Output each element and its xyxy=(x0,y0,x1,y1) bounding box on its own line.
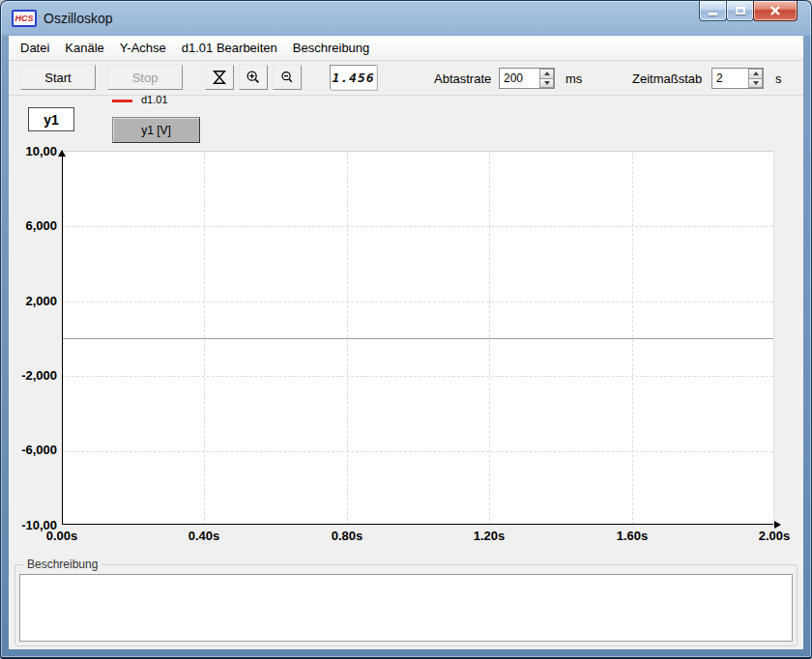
x-axis-line xyxy=(62,524,773,525)
sample-rate-label: Abtastrate xyxy=(434,72,491,86)
y-tick-label: 10,00 xyxy=(9,144,57,158)
caption-buttons xyxy=(700,1,798,21)
sample-rate-unit: ms xyxy=(566,72,582,86)
zoom-out-icon xyxy=(278,69,296,86)
y-tick-label: 2,000 xyxy=(9,294,57,308)
y-tick-label: -6,000 xyxy=(9,443,57,457)
menu-y-achse[interactable]: Y-Achse xyxy=(112,37,174,59)
arrow-up-icon xyxy=(753,72,759,75)
lcd-readout: 1.456 xyxy=(330,65,377,90)
menu-beschreibung[interactable]: Beschreibung xyxy=(285,37,378,59)
client-area: Datei Kanäle Y-Achse d1.01 Bearbeiten Be… xyxy=(9,36,803,649)
y1-unit-button[interactable]: y1 [V] xyxy=(112,117,200,143)
x-tick-label: 0.80s xyxy=(318,529,376,543)
description-textarea[interactable] xyxy=(19,574,793,642)
start-button[interactable]: Start xyxy=(20,65,96,90)
time-scale-spinner xyxy=(711,68,764,89)
zero-line xyxy=(62,338,773,339)
x-tick-label: 1.60s xyxy=(603,529,661,543)
window-title: Oszilloskop xyxy=(44,11,113,26)
sample-rate-spin-buttons xyxy=(539,69,554,88)
menu-d101-bearbeiten[interactable]: d1.01 Bearbeiten xyxy=(174,37,285,59)
arrow-up-icon xyxy=(544,72,550,75)
x-tick-label: 1.20s xyxy=(460,529,518,543)
sample-rate-input[interactable] xyxy=(500,69,539,88)
zoom-in-icon xyxy=(245,69,262,86)
maximize-icon xyxy=(736,7,745,14)
zoom-in-button[interactable] xyxy=(239,65,268,90)
x-tick-label: 0.40s xyxy=(175,529,233,543)
y-tick-label: -2,000 xyxy=(9,368,57,383)
time-scale-input[interactable] xyxy=(712,69,748,88)
menu-kanaele[interactable]: Kanäle xyxy=(57,37,111,59)
close-icon xyxy=(769,5,781,16)
y-axis-arrow-icon xyxy=(58,150,66,157)
stop-button[interactable]: Stop xyxy=(107,65,183,90)
minimize-button[interactable] xyxy=(699,1,727,21)
plot-area xyxy=(62,151,774,525)
time-scale-unit: s xyxy=(775,72,782,86)
minimize-icon xyxy=(709,13,717,15)
x-tick-label: 2.00s xyxy=(745,529,803,543)
arrow-down-icon xyxy=(544,81,550,85)
app-window: HCS Oszilloskop Datei Kanäle Y-Achse d1.… xyxy=(0,0,812,659)
channel-y1-button[interactable]: y1 xyxy=(28,107,74,131)
time-scale-spin-buttons xyxy=(748,69,763,88)
legend-color-line xyxy=(112,100,132,102)
gridline xyxy=(62,451,773,452)
maximize-button[interactable] xyxy=(726,1,754,21)
arrow-down-icon xyxy=(753,81,759,85)
gridline xyxy=(62,301,773,302)
time-scale-down-button[interactable] xyxy=(748,79,763,89)
x-tick-label: 0.00s xyxy=(33,529,91,543)
app-logo-icon: HCS xyxy=(12,10,37,27)
legend-label: d1.01 xyxy=(141,94,168,105)
titlebar[interactable]: HCS Oszilloskop xyxy=(1,1,811,36)
menu-bar: Datei Kanäle Y-Achse d1.01 Bearbeiten Be… xyxy=(9,36,803,61)
y-axis-line xyxy=(62,152,63,525)
sample-rate-down-button[interactable] xyxy=(539,79,554,89)
gridline xyxy=(62,226,773,227)
close-button[interactable] xyxy=(753,1,798,21)
x-axis-arrow-icon xyxy=(774,521,781,529)
menu-datei[interactable]: Datei xyxy=(13,37,57,59)
toolbar: Start Stop xyxy=(9,61,803,96)
zoom-out-button[interactable] xyxy=(273,65,302,90)
sample-rate-spinner xyxy=(499,68,555,89)
zoom-reset-button[interactable] xyxy=(205,65,234,90)
y-tick-label: 6,000 xyxy=(9,218,57,233)
zoom-reset-icon xyxy=(211,69,228,86)
sample-rate-up-button[interactable] xyxy=(539,69,554,79)
description-groupbox: Beschreibung xyxy=(14,564,798,646)
time-scale-up-button[interactable] xyxy=(748,69,763,79)
time-scale-label: Zeitmaßstab xyxy=(632,72,702,86)
gridline xyxy=(62,376,773,377)
description-group-label: Beschreibung xyxy=(23,558,102,571)
